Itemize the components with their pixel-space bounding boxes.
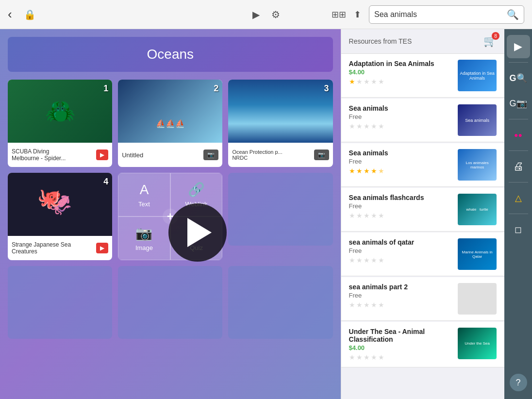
resource-3-thumb: Los animales marinos [458, 149, 497, 181]
google-drive-icon[interactable]: △ [507, 186, 530, 210]
resources-title: Resources from TES [349, 37, 412, 45]
resource-4-price: Free [349, 202, 452, 210]
add-image-label: Image [135, 244, 153, 251]
slide-2-thumb [118, 80, 222, 143]
back-button[interactable]: ‹ [8, 7, 12, 22]
print-icon[interactable]: 🖨 [507, 155, 530, 178]
resource-3-name: Sea animals [349, 149, 452, 157]
cart-count: 8 [492, 32, 499, 40]
separator-5 [509, 214, 528, 214]
empty-slide-1 [228, 173, 332, 246]
resource-5-name: sea animals of qatar [349, 238, 452, 246]
separator-2 [509, 119, 528, 119]
resource-3-price: Free [349, 158, 452, 165]
resource-2-name: Sea animals [349, 104, 452, 112]
add-weblink-btn[interactable]: 🔗 Weblink [170, 173, 223, 216]
resource-7-name: Under The Sea - Animal Classification [349, 328, 452, 343]
add-content-slide: A Text 🔗 Weblink + 📷 Image ☰ Quiz [118, 173, 222, 260]
slide-3-number: 3 [324, 83, 329, 94]
slide-2-number: 2 [214, 83, 218, 94]
slide-4-number: 4 [103, 177, 108, 187]
slide-1-play-btn[interactable]: ▶ [96, 150, 108, 160]
resource-item-7[interactable]: Under The Sea - Animal Classification $4… [341, 322, 505, 367]
resource-item-1[interactable]: Adaptation in Sea Animals $4.00 ★ ★ ★ ★ … [341, 54, 505, 98]
resource-5-stars: ★ ★ ★ ★ ★ [349, 256, 452, 264]
slide-4-play-btn[interactable]: ▶ [96, 243, 108, 253]
search-input[interactable] [374, 10, 507, 19]
resource-6-thumb [458, 283, 497, 315]
resource-item-3[interactable]: Sea animals Free ★ ★ ★ ★ ★ Los animales … [341, 143, 505, 187]
resource-6-name: sea animals part 2 [349, 283, 452, 291]
separator-3 [509, 150, 528, 151]
resource-6-price: Free [349, 292, 452, 299]
resource-2-price: Free [349, 113, 452, 120]
resource-1-stars: ★ ★ ★ ★ ★ [349, 78, 452, 85]
resource-item-5[interactable]: sea animals of qatar Free ★ ★ ★ ★ ★ Mari… [341, 233, 505, 276]
slide-2-camera-btn[interactable]: 📷 [203, 150, 218, 160]
separator-4 [509, 182, 528, 183]
separator-1 [509, 62, 528, 63]
add-quiz-label: Quiz [190, 244, 203, 251]
help-button[interactable]: ? [510, 374, 527, 391]
flickr-icon[interactable]: ●● [507, 123, 530, 147]
slide-3-thumb [228, 80, 332, 143]
slide-4[interactable]: 4 🦑 Strange Japanese SeaCreatures ▶ [8, 173, 112, 260]
empty-slide-bottom-3 [228, 266, 332, 339]
play-button[interactable]: ▶ [252, 9, 260, 20]
slide-2[interactable]: 2 Untitled 📷 [118, 80, 222, 167]
search-button[interactable]: 🔍 [507, 9, 519, 20]
resource-5-thumb: Marine Animals in Qatar [458, 238, 497, 270]
icon-strip: ▶ G🔍 G📷 ●● 🖨 △ ◻ ? [504, 29, 532, 399]
search-bar: 🔍 [369, 5, 524, 24]
resource-item-6[interactable]: sea animals part 2 Free ★ ★ ★ ★ ★ [341, 277, 505, 321]
resource-3-stars: ★ ★ ★ ★ ★ [349, 167, 452, 175]
video-strip-icon[interactable]: ▶ [507, 35, 530, 58]
slide-4-label: Strange Japanese SeaCreatures ▶ [8, 236, 112, 260]
resource-6-stars: ★ ★ ★ ★ ★ [349, 301, 452, 309]
resources-header: Resources from TES 🛒 8 [341, 29, 505, 54]
lock-icon[interactable]: 🔒 [24, 9, 36, 20]
resource-1-thumb: Adaptation in Sea Animals [458, 60, 497, 91]
resource-4-stars: ★ ★ ★ ★ ★ [349, 212, 452, 219]
resource-7-thumb: Under the Sea [458, 328, 497, 359]
dropbox-icon[interactable]: ◻ [507, 218, 530, 241]
image-icon: 📷 [135, 225, 152, 241]
slide-2-label: Untitled 📷 [118, 143, 222, 167]
google-camera-icon[interactable]: G📷 [507, 92, 530, 115]
content-area: Oceans 1 SCUBA DivingMelbourne - Spider.… [0, 29, 341, 399]
settings-icon[interactable]: ⚙ [271, 9, 280, 20]
add-weblink-label: Weblink [185, 200, 208, 208]
resource-2-stars: ★ ★ ★ ★ ★ [349, 122, 452, 130]
resource-5-price: Free [349, 247, 452, 254]
share-icon[interactable]: ⬆ [354, 9, 361, 20]
add-quiz-btn[interactable]: ☰ Quiz [170, 216, 223, 260]
add-text-btn[interactable]: A Text [118, 173, 170, 216]
resource-item-2[interactable]: Sea animals Free ★ ★ ★ ★ ★ Sea animals [341, 99, 505, 142]
empty-slide-bottom-2 [118, 266, 222, 339]
resource-item-4[interactable]: Sea animals flashcards Free ★ ★ ★ ★ ★ wh… [341, 188, 505, 232]
slides-grid: 1 SCUBA DivingMelbourne - Spider... ▶ 2 … [0, 80, 341, 266]
add-plus-icon: + [163, 209, 178, 224]
resource-4-thumb: whale turtle [458, 194, 497, 225]
add-image-btn[interactable]: 📷 Image [118, 216, 170, 260]
toolbar: ‹ 🔒 ▶ ⚙ ⊞⊞ ⬆ 🔍 [0, 0, 532, 29]
slide-3-label: Ocean Protection p...NRDC 📷 [228, 143, 332, 167]
slide-4-thumb: 🦑 [8, 173, 112, 236]
slide-1[interactable]: 1 SCUBA DivingMelbourne - Spider... ▶ [8, 80, 112, 167]
resource-1-price: $4.00 [349, 68, 452, 76]
quiz-icon: ☰ [190, 225, 202, 241]
resource-1-name: Adaptation in Sea Animals [349, 60, 452, 67]
presentation-title: Oceans [8, 37, 333, 72]
qr-icon[interactable]: ⊞⊞ [332, 9, 346, 20]
resource-2-thumb: Sea animals [458, 104, 497, 136]
slide-1-number: 1 [103, 83, 108, 94]
slide-1-thumb [8, 80, 112, 143]
google-search-icon[interactable]: G🔍 [507, 66, 530, 90]
cart-badge[interactable]: 🛒 8 [483, 35, 497, 48]
resource-4-name: Sea animals flashcards [349, 194, 452, 201]
resource-7-stars: ★ ★ ★ ★ ★ [349, 353, 452, 361]
slide-3-camera-btn[interactable]: 📷 [314, 150, 329, 160]
resource-7-price: $4.00 [349, 344, 452, 351]
empty-slide-bottom-1 [8, 266, 112, 339]
slide-3[interactable]: 3 Ocean Protection p...NRDC 📷 [228, 80, 332, 167]
